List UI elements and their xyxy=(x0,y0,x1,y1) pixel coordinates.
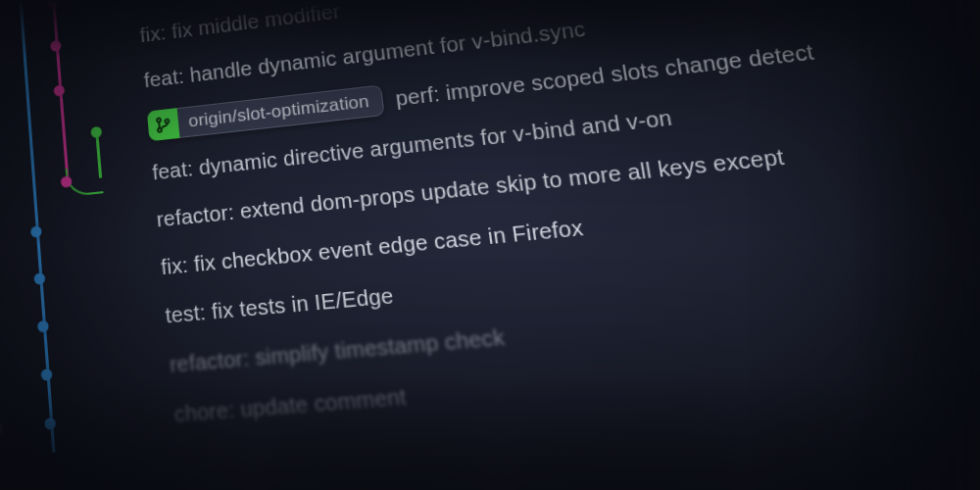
commit-node-icon xyxy=(33,272,45,285)
commit-node-icon xyxy=(37,320,49,333)
svg-point-2 xyxy=(165,120,169,123)
commit-node-icon xyxy=(46,0,58,8)
commit-node-icon xyxy=(90,126,102,138)
commit-node-icon xyxy=(50,40,62,52)
git-branch-icon xyxy=(147,108,180,141)
file-tree-fragment: SE xyxy=(0,367,17,399)
tilted-panel: refactor: v-bind dynamic arguments use b… xyxy=(0,0,980,461)
file-tree-fragment xyxy=(0,281,10,293)
svg-point-1 xyxy=(158,128,162,132)
git-history-screenshot: refactor: v-bind dynamic arguments use b… xyxy=(0,0,980,490)
commit-node-icon xyxy=(44,417,56,430)
commit-node-icon xyxy=(30,225,42,238)
commit-node-icon xyxy=(40,368,52,381)
commit-node-icon xyxy=(53,84,65,96)
svg-point-0 xyxy=(157,119,161,122)
file-tree-fragment: json xyxy=(0,415,21,447)
